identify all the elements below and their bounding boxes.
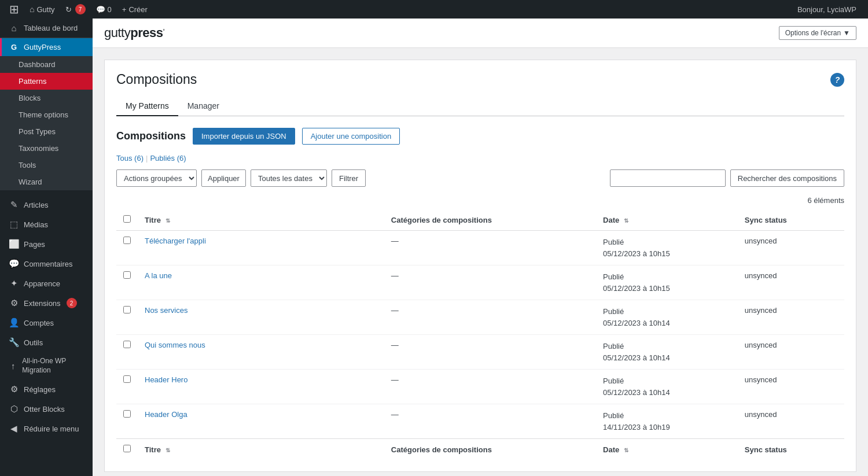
sidebar-item-commentaires[interactable]: 💬 Commentaires xyxy=(0,254,93,274)
sidebar-item-label: Blocks xyxy=(7,94,41,102)
articles-icon: ✎ xyxy=(9,200,19,210)
sidebar-item-patterns[interactable]: Patterns xyxy=(0,73,93,90)
row-date-0: Publié 05/12/2023 à 10h15 xyxy=(596,231,738,265)
dashboard-icon: ⌂ xyxy=(9,23,19,33)
updates-button[interactable]: ↻ 7 xyxy=(61,0,90,19)
sidebar-item-comptes[interactable]: 👤 Comptes xyxy=(0,313,93,333)
row-title-link-3[interactable]: Qui sommes nous xyxy=(145,341,205,349)
users-icon: 👤 xyxy=(9,318,19,328)
sidebar-item-reduce-menu[interactable]: ◀ Réduire le menu xyxy=(0,419,93,438)
sidebar-item-medias[interactable]: ⬚ Médias xyxy=(0,215,93,234)
sidebar-item-pages[interactable]: ⬜ Pages xyxy=(0,234,93,254)
otter-icon: ⬡ xyxy=(9,404,19,414)
row-sync-2: unsynced xyxy=(738,300,844,335)
row-categories-4: — xyxy=(384,370,596,404)
compositions-title: Compositions xyxy=(116,130,186,142)
date-footer-sort-icon[interactable]: ⇅ xyxy=(624,447,628,453)
add-icon: + xyxy=(122,5,127,14)
site-name-button[interactable]: ⌂ Gutty xyxy=(25,0,60,19)
tab-my-patterns[interactable]: My Patterns xyxy=(116,97,178,116)
wp-icon-button[interactable]: ⊞ xyxy=(5,0,24,19)
table-row: Qui sommes nous — Publié 05/12/2023 à 10… xyxy=(116,335,844,370)
sidebar-item-reglages[interactable]: ⚙ Réglages xyxy=(0,379,93,399)
dates-select[interactable]: Toutes les dates Décembre 2023 Novembre … xyxy=(251,169,327,187)
import-json-button[interactable]: Importer depuis un JSON xyxy=(193,128,295,145)
comments-button[interactable]: 💬 0 xyxy=(91,0,116,19)
page-title: Compositions xyxy=(116,72,197,87)
migration-icon: ↑ xyxy=(9,361,17,371)
title-footer-header: Titre xyxy=(145,445,161,454)
add-composition-button[interactable]: Ajouter une composition xyxy=(302,128,400,145)
media-icon: ⬚ xyxy=(9,219,19,230)
row-title-link-5[interactable]: Header Olga xyxy=(145,410,187,419)
appearance-icon: ✦ xyxy=(9,278,19,289)
user-greeting[interactable]: Bonjour, LyciaWP xyxy=(790,5,863,14)
page-title-area: Compositions ? xyxy=(116,72,844,87)
screen-options-button[interactable]: Options de l'écran ▼ xyxy=(779,26,856,40)
table-row: Nos services — Publié 05/12/2023 à 10h14… xyxy=(116,300,844,335)
filter-right-controls: Rechercher des compositions xyxy=(610,169,844,187)
comment-icon: 💬 xyxy=(96,5,105,14)
row-sync-1: unsynced xyxy=(738,265,844,300)
sidebar-item-label: Articles xyxy=(24,201,49,209)
title-sort-icon[interactable]: ⇅ xyxy=(165,217,170,224)
create-button[interactable]: + Créer xyxy=(117,0,152,19)
row-title-link-0[interactable]: Télécharger l'appli xyxy=(145,237,206,245)
search-input[interactable] xyxy=(610,169,726,187)
sidebar-item-all-in-one[interactable]: ↑ All-in-One WP Migration xyxy=(0,352,93,379)
row-date-5: Publié 14/11/2023 à 10h19 xyxy=(596,404,738,439)
sidebar-item-tableau-de-bord[interactable]: ⌂ Tableau de bord xyxy=(0,19,93,38)
row-sync-5: unsynced xyxy=(738,404,844,439)
sidebar-item-otter-blocks[interactable]: ⬡ Otter Blocks xyxy=(0,399,93,419)
sidebar-item-guttypress[interactable]: G GuttyPress xyxy=(0,38,93,56)
row-checkbox-1[interactable] xyxy=(123,271,131,279)
pages-icon: ⬜ xyxy=(9,239,19,249)
row-checkbox-2[interactable] xyxy=(123,306,131,313)
topbar: ⊞ ⌂ Gutty ↻ 7 💬 0 + Créer Bonjour, Lycia… xyxy=(0,0,868,19)
title-footer-sort-icon[interactable]: ⇅ xyxy=(165,447,170,453)
sidebar-item-articles[interactable]: ✎ Articles xyxy=(0,195,93,215)
sidebar-item-label: Otter Blocks xyxy=(24,405,65,414)
sidebar-item-label: Theme options xyxy=(7,110,68,119)
bulk-actions-select[interactable]: Actions groupées Supprimer xyxy=(116,169,197,187)
filter-button[interactable]: Filtrer xyxy=(332,169,366,187)
sidebar-item-outils[interactable]: 🔧 Outils xyxy=(0,333,93,352)
row-date-1: Publié 05/12/2023 à 10h15 xyxy=(596,265,738,300)
apply-button[interactable]: Appliquer xyxy=(201,169,246,187)
sidebar-item-label: Réduire le menu xyxy=(24,425,79,433)
sidebar-item-post-types[interactable]: Post Types xyxy=(0,123,93,140)
sidebar-item-label: Commentaires xyxy=(24,260,73,268)
filter-tous-link[interactable]: Tous (6) xyxy=(116,154,144,163)
sidebar-item-dashboard-sub[interactable]: Dashboard xyxy=(0,56,93,73)
select-all-checkbox[interactable] xyxy=(123,215,131,223)
elements-count: 6 éléments xyxy=(807,196,844,205)
search-compositions-button[interactable]: Rechercher des compositions xyxy=(730,169,844,187)
sidebar-item-taxonomies[interactable]: Taxonomies xyxy=(0,140,93,157)
home-icon: ⌂ xyxy=(30,5,34,14)
sync-footer-header: Sync status xyxy=(745,445,787,454)
update-count-badge: 7 xyxy=(75,4,86,14)
select-all-footer-checkbox[interactable] xyxy=(123,445,131,452)
tab-manager[interactable]: Manager xyxy=(178,97,229,116)
sidebar-item-extensions[interactable]: ⚙ Extensions 2 xyxy=(0,293,93,313)
plugins-icon: ⚙ xyxy=(9,298,19,308)
row-checkbox-4[interactable] xyxy=(123,375,131,383)
sidebar-item-label: Post Types xyxy=(7,127,56,136)
filter-publies-link[interactable]: Publiés (6) xyxy=(150,154,186,163)
sidebar-item-tools[interactable]: Tools xyxy=(0,157,93,174)
help-icon-button[interactable]: ? xyxy=(830,73,844,87)
sidebar-item-apparence[interactable]: ✦ Apparence xyxy=(0,274,93,293)
row-title-link-1[interactable]: A la une xyxy=(145,271,172,280)
row-title-link-4[interactable]: Header Hero xyxy=(145,375,187,384)
sidebar-item-wizard[interactable]: Wizard xyxy=(0,174,93,190)
table-row: Header Hero — Publié 05/12/2023 à 10h14 … xyxy=(116,370,844,404)
date-sort-icon[interactable]: ⇅ xyxy=(624,217,628,224)
row-checkbox-3[interactable] xyxy=(123,341,131,348)
sidebar-item-theme-options[interactable]: Theme options xyxy=(0,106,93,123)
table-row: Télécharger l'appli — Publié 05/12/2023 … xyxy=(116,231,844,265)
sidebar-item-label: Comptes xyxy=(24,319,54,327)
row-checkbox-5[interactable] xyxy=(123,410,131,418)
sidebar-item-blocks[interactable]: Blocks xyxy=(0,90,93,106)
row-title-link-2[interactable]: Nos services xyxy=(145,306,187,315)
row-checkbox-0[interactable] xyxy=(123,237,131,244)
